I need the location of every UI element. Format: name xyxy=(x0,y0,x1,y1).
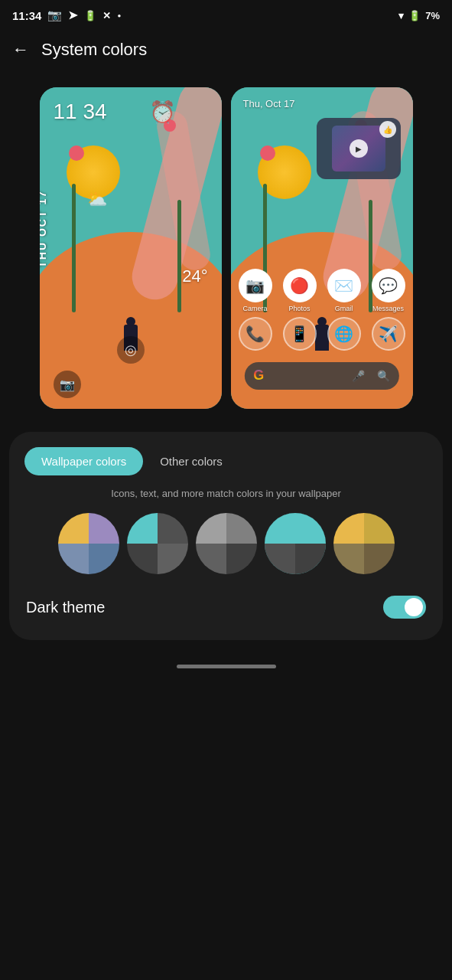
whatsapp-dock-app[interactable]: 📱 xyxy=(283,317,317,351)
camera-app[interactable]: 📷 Camera xyxy=(239,269,272,312)
status-bar: 11:34 📷 ➤ 🔋 ✕ ● ▾ 🔋 7% xyxy=(0,0,452,31)
color-swatch-5[interactable] xyxy=(333,513,395,574)
whatsapp-dock-icon: 📱 xyxy=(283,317,317,351)
lock-temperature: 24° xyxy=(182,266,207,286)
camera-app-label: Camera xyxy=(242,305,267,312)
stem1 xyxy=(72,184,76,312)
dark-theme-label: Dark theme xyxy=(26,599,105,616)
gmail-app-label: Gmail xyxy=(335,305,353,312)
header: ← System colors xyxy=(0,31,452,72)
status-right: ▾ 🔋 7% xyxy=(398,10,440,21)
photos-app[interactable]: 🔴 Photos xyxy=(283,269,317,312)
phone-dock-app[interactable]: 📞 xyxy=(239,317,272,351)
color-swatch-3[interactable] xyxy=(196,513,257,574)
messages-app-label: Messages xyxy=(372,305,404,312)
tab-description: Icons, text, and more match colors in yo… xyxy=(24,488,428,499)
bottom-card: Wallpaper colors Other colors Icons, tex… xyxy=(9,432,443,640)
battery-percent: 7% xyxy=(425,10,440,21)
microphone-icon: 🎤 xyxy=(352,370,365,382)
toggle-knob xyxy=(405,598,423,616)
other-colors-tab[interactable]: Other colors xyxy=(143,447,239,475)
gmail-app[interactable]: ✉️ Gmail xyxy=(327,269,361,312)
lock-date: THU OCT 17 xyxy=(40,190,48,268)
status-left: 11:34 📷 ➤ 🔋 ✕ ● xyxy=(12,8,121,22)
media-card: ▶ 👍 xyxy=(317,118,401,179)
telegram-status-icon: ➤ xyxy=(68,8,78,22)
lock-fingerprint-icon: ◎ xyxy=(117,336,145,364)
battery-icon: 🔋 xyxy=(408,10,421,21)
gmail-app-icon: ✉️ xyxy=(327,269,361,302)
color-swatches xyxy=(24,513,428,574)
messages-app-icon: 💬 xyxy=(372,269,405,302)
lock-time: 11 34 xyxy=(54,100,107,124)
previews-container: ⛅ 11 34 THU OCT 17 24° ⏰ 📷 ◎ Thu, Oct 17 xyxy=(0,72,452,432)
photos-app-icon: 🔴 xyxy=(283,269,317,302)
telegram-dock-app[interactable]: ✈️ xyxy=(372,317,405,351)
color-swatch-1[interactable] xyxy=(58,513,119,574)
play-button[interactable]: ▶ xyxy=(350,139,368,158)
messages-app[interactable]: 💬 Messages xyxy=(372,269,405,312)
camera-status-icon: 📷 xyxy=(47,8,62,22)
phone-dock-icon: 📞 xyxy=(239,317,272,351)
search-bar[interactable]: G 🎤 🔍 xyxy=(244,362,398,390)
home-flower1 xyxy=(260,145,275,161)
dark-theme-row: Dark theme xyxy=(24,593,428,622)
wallpaper-colors-tab[interactable]: Wallpaper colors xyxy=(24,447,143,475)
time-display: 11:34 xyxy=(12,9,41,22)
home-wallpaper-bg: Thu, Oct 17 ▶ 👍 📷 Camera 🔴 Photos xyxy=(231,87,413,409)
flower1 xyxy=(69,145,84,161)
home-screen-preview: Thu, Oct 17 ▶ 👍 📷 Camera 🔴 Photos xyxy=(231,87,413,409)
home-date: Thu, Oct 17 xyxy=(243,98,295,109)
wifi-icon: ▾ xyxy=(398,10,404,21)
lock-camera-icon: 📷 xyxy=(54,371,81,398)
chrome-dock-app[interactable]: 🌐 xyxy=(327,317,361,351)
media-thumbnail: ▶ xyxy=(332,126,385,172)
home-bar xyxy=(177,665,276,668)
dark-theme-toggle[interactable] xyxy=(383,596,426,619)
color-swatch-4[interactable] xyxy=(265,513,326,574)
lock-screen-preview: ⛅ 11 34 THU OCT 17 24° ⏰ 📷 ◎ xyxy=(40,87,222,409)
home-indicator xyxy=(0,655,452,675)
stem2 xyxy=(177,200,181,312)
like-button[interactable]: 👍 xyxy=(379,121,396,138)
x-icon: ✕ xyxy=(102,10,111,21)
dock-row: 📞 📱 🌐 ✈️ xyxy=(239,317,405,351)
battery-saver-icon: 🔋 xyxy=(84,10,96,21)
camera-app-icon: 📷 xyxy=(239,269,272,302)
photos-app-label: Photos xyxy=(288,305,310,312)
page-title: System colors xyxy=(41,40,147,60)
lock-alarm-icon: ⏰ xyxy=(149,100,176,125)
telegram-dock-icon: ✈️ xyxy=(372,317,405,351)
cloud-icon: ⛅ xyxy=(86,190,107,210)
google-g-icon: G xyxy=(253,368,264,384)
wallpaper-bg: ⛅ 11 34 THU OCT 17 24° ⏰ 📷 ◎ xyxy=(40,87,222,409)
color-swatch-2[interactable] xyxy=(127,513,188,574)
app-icons-row1: 📷 Camera 🔴 Photos ✉️ Gmail 💬 Messages xyxy=(239,269,405,312)
chrome-dock-icon: 🌐 xyxy=(327,317,361,351)
tab-row: Wallpaper colors Other colors xyxy=(24,447,428,475)
lens-icon: 🔍 xyxy=(377,370,390,382)
dot-icon: ● xyxy=(117,12,121,19)
back-button[interactable]: ← xyxy=(12,40,29,60)
